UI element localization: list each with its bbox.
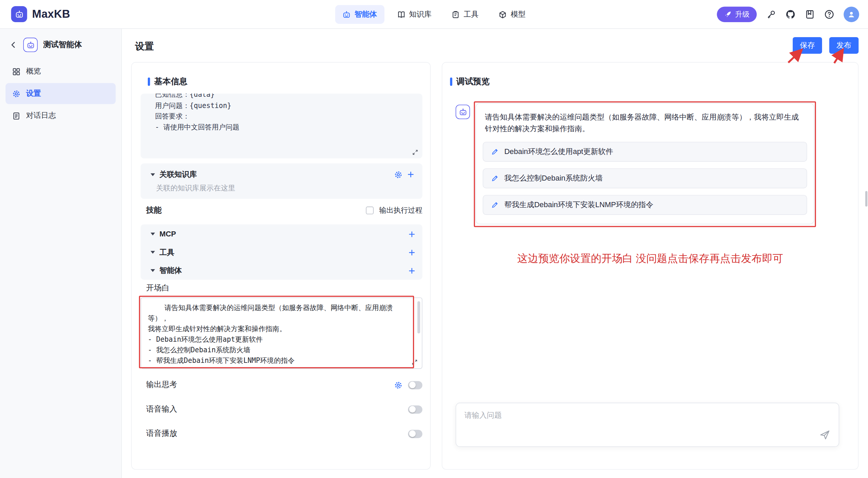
- sidebar-item-settings[interactable]: 设置: [5, 83, 116, 104]
- docs-icon[interactable]: [805, 10, 815, 19]
- prompt-line: 用户问题：{question}: [155, 100, 414, 111]
- skill-group-label: MCP: [159, 230, 176, 238]
- skill-group-tools: 工具: [141, 243, 422, 262]
- thinking-settings-gear-icon[interactable]: [394, 381, 402, 389]
- suggested-question[interactable]: 帮我生成Debain环境下安装LNMP环境的指令: [483, 195, 807, 215]
- output-process-label: 输出执行过程: [379, 205, 423, 215]
- suggested-question[interactable]: Debain环境怎么使用apt更新软件: [483, 142, 807, 162]
- chat-input[interactable]: [456, 403, 839, 446]
- suggested-question-label: 我怎么控制Debain系统防火墙: [504, 173, 603, 183]
- sidebar: 测试智能体 概览 设置 对话日志: [0, 29, 122, 478]
- sidebar-item-chat-logs[interactable]: 对话日志: [5, 105, 116, 126]
- output-thinking-label: 输出思考: [146, 380, 177, 390]
- page-actions: 保存 发布: [793, 37, 858, 54]
- opening-line: - 帮我生成Debain环境下安装LNMP环境的指令: [148, 355, 410, 366]
- assistant-message-text: 请告知具体需要解决的运维问题类型（如服务器故障、网络中断、应用崩溃等），我将立即…: [485, 111, 805, 135]
- voice-input-controls: [408, 405, 422, 413]
- debug-preview-header: 调试预览: [450, 76, 490, 87]
- output-thinking-row: 输出思考: [146, 380, 422, 390]
- resize-handle-icon[interactable]: [411, 359, 418, 366]
- add-mcp-icon[interactable]: [408, 230, 416, 238]
- kb-settings-gear-icon[interactable]: [394, 170, 402, 179]
- voice-input-row: 语音输入: [146, 404, 422, 414]
- api-key-icon[interactable]: [766, 10, 776, 19]
- prompt-textarea[interactable]: 已知信息：{data} 用户问题：{question} 回答要求： - 请使用中…: [141, 94, 422, 158]
- collapse-caret-icon[interactable]: [151, 173, 155, 176]
- voice-play-toggle[interactable]: [408, 430, 422, 438]
- nav-label: 知识库: [409, 10, 431, 19]
- opening-statement-textarea[interactable]: 请告知具体需要解决的运维问题类型（如服务器故障、网络中断、应用崩溃等）， 我将立…: [141, 297, 422, 369]
- collapse-caret-icon[interactable]: [151, 269, 155, 272]
- sidebar-item-label: 设置: [26, 89, 41, 98]
- pencil-icon: [491, 201, 499, 209]
- skill-group-mcp: MCP: [141, 225, 422, 243]
- tool-clipboard-icon: [452, 10, 460, 18]
- skill-group-label: 工具: [159, 247, 174, 257]
- chat-input-box: [456, 403, 839, 447]
- suggested-question[interactable]: 我怎么控制Debain系统防火墙: [483, 168, 807, 188]
- maxkb-logo-icon: [11, 6, 27, 22]
- user-avatar[interactable]: [843, 7, 859, 22]
- chat-log-icon: [12, 112, 20, 120]
- voice-input-toggle[interactable]: [408, 405, 422, 413]
- prompt-text: 已知信息：{data} 用户问题：{question} 回答要求： - 请使用中…: [141, 94, 422, 158]
- gear-icon: [12, 90, 20, 98]
- save-button[interactable]: 保存: [793, 37, 822, 54]
- voice-play-controls: [408, 430, 422, 438]
- kb-add-icon[interactable]: [407, 171, 415, 179]
- prompt-line: 回答要求：: [155, 111, 414, 122]
- opening-line: 请告知具体需要解决的运维问题类型（如服务器故障、网络中断、应用崩溃等），: [148, 303, 410, 324]
- agent-avatar-icon: [23, 38, 37, 52]
- window-scrollbar-thumb[interactable]: [865, 191, 868, 207]
- section-accent-bar: [148, 78, 150, 86]
- opening-line: 我将立即生成针对性的解决方案和操作指南。: [148, 323, 410, 334]
- voice-play-label: 语音播放: [146, 429, 177, 438]
- add-agent-icon[interactable]: [408, 267, 416, 275]
- upgrade-label: 升级: [735, 10, 749, 19]
- pencil-icon: [491, 174, 499, 182]
- help-icon[interactable]: [824, 10, 834, 19]
- nav-item-models[interactable]: 模型: [491, 5, 533, 24]
- knowledge-base-row: 关联知识库: [141, 164, 422, 180]
- textarea-scrollbar-thumb[interactable]: [417, 301, 420, 333]
- basic-info-panel: 基本信息 已知信息：{data} 用户问题：{question} 回答要求： -…: [131, 62, 430, 469]
- basic-info-header: 基本信息: [148, 76, 187, 87]
- skills-groups-box: MCP 工具 智能体: [141, 224, 422, 280]
- add-tool-icon[interactable]: [408, 248, 416, 256]
- send-icon[interactable]: [819, 429, 831, 441]
- github-icon[interactable]: [786, 10, 795, 19]
- resize-handle-icon[interactable]: [412, 149, 419, 156]
- prompt-line: - 请使用中文回答用户问题: [155, 122, 414, 133]
- skills-row-right: 输出执行过程: [366, 205, 423, 215]
- sidebar-item-overview[interactable]: 概览: [5, 61, 116, 82]
- skills-row: 技能 输出执行过程: [146, 205, 422, 215]
- collapse-caret-icon[interactable]: [151, 233, 155, 235]
- toggle-knob: [409, 406, 416, 413]
- voice-play-row: 语音播放: [146, 429, 422, 438]
- collapse-caret-icon[interactable]: [151, 251, 155, 253]
- upgrade-button[interactable]: 升级: [717, 7, 757, 22]
- toggle-knob: [409, 382, 416, 388]
- navbar-actions: 升级: [717, 0, 859, 29]
- nav-label: 模型: [511, 10, 526, 19]
- output-process-checkbox[interactable]: [366, 206, 374, 214]
- prompt-line: 已知信息：{data}: [155, 94, 414, 100]
- opening-label: 开场白: [146, 283, 169, 293]
- nav-label: 工具: [463, 10, 478, 19]
- assistant-avatar-icon: [456, 105, 470, 119]
- nav-item-tools[interactable]: 工具: [444, 5, 486, 24]
- publish-button[interactable]: 发布: [829, 37, 858, 54]
- back-icon[interactable]: [9, 41, 18, 49]
- knowledge-base-title: 关联知识库: [159, 169, 197, 179]
- book-icon: [397, 10, 405, 18]
- nav-item-agents[interactable]: 智能体: [335, 5, 384, 24]
- knowledge-base-placeholder: 关联的知识库展示在这里: [156, 183, 235, 193]
- suggested-question-label: Debain环境怎么使用apt更新软件: [504, 147, 613, 157]
- nav-item-knowledge[interactable]: 知识库: [390, 5, 439, 24]
- suggested-question-label: 帮我生成Debain环境下安装LNMP环境的指令: [504, 200, 653, 210]
- skill-group-agents: 智能体: [141, 261, 422, 280]
- debug-preview-title: 调试预览: [456, 76, 490, 87]
- brand[interactable]: MaxKB: [11, 6, 70, 22]
- output-thinking-toggle[interactable]: [408, 381, 422, 389]
- cube-icon: [499, 10, 507, 18]
